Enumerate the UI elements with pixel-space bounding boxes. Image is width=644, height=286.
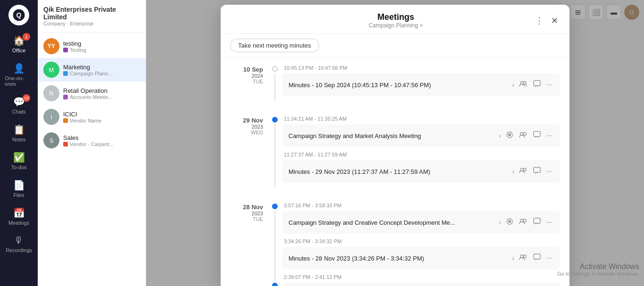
chat-icon-1-1[interactable] (532, 166, 542, 177)
meeting-card-0-0[interactable]: Minutes - 10 Sep 2024 (10:45:13 PM - 10:… (282, 74, 560, 96)
sidebar-label-meetings: Meetings (8, 220, 30, 226)
modal-breadcrumb[interactable]: Campaign Planning > (369, 22, 423, 29)
modal-overlay: Meetings Campaign Planning > ⋮ ✕ Take ne… (146, 0, 644, 286)
meetings-modal: Meetings Campaign Planning > ⋮ ✕ Take ne… (221, 5, 570, 286)
svg-point-11 (523, 82, 526, 84)
meeting-card-1-0[interactable]: Campaign Strategy and Market Analysis Me… (282, 124, 560, 147)
panel-item-sub-retail: Accounts Meetin... (63, 94, 140, 100)
sidebar: Q 🏠 Office 1 👤 One-on-ones 💬 Chats 16 📋 … (0, 0, 38, 286)
more-icon-0-0[interactable]: ··· (545, 80, 553, 90)
chevron-icon-2-1: › (512, 254, 514, 262)
modal-body[interactable]: 10 Sep 2024 TUE 10:45:13 PM - 10:47:56 P… (221, 57, 570, 286)
panel-item-sub-icici: Vendor Name (63, 118, 140, 123)
meeting-card-2-0[interactable]: Campaign Strategy and Creative Concept D… (282, 211, 560, 234)
chevron-icon-1-0: › (499, 132, 501, 139)
more-icon-1-0[interactable]: ··· (545, 131, 553, 141)
participants-icon-2-1[interactable] (518, 253, 528, 263)
timeline-content-2: 3:57:16 PM - 3:58:33 PM Campaign Strateg… (282, 203, 570, 286)
entry-time-2-0: 3:57:16 PM - 3:58:33 PM (282, 203, 560, 208)
sidebar-item-recordings[interactable]: 🎙 Recordings (3, 231, 35, 257)
participants-icon-1-1[interactable] (518, 166, 528, 177)
avatar-sales: S (43, 132, 59, 148)
entry-time-2-1: 3:34:26 PM - 3:34:32 PM (282, 238, 560, 244)
date-year-1: 2023 (221, 124, 263, 130)
timeline-dot-1 (268, 116, 282, 188)
app-logo[interactable]: Q (8, 5, 29, 25)
dot-line-1 (274, 124, 275, 188)
main-area: ▭ ⊞ ⬜ ▬ U Meetings Campaign Planning > ⋮… (146, 0, 644, 286)
panel-item-marketing[interactable]: M Marketing Campaign Plann... (38, 58, 146, 82)
meeting-card-2-2[interactable]: Campaign Planning Meeting › (282, 283, 560, 286)
sidebar-item-office[interactable]: 🏠 Office 1 (3, 31, 35, 57)
chats-badge: 16 (23, 94, 30, 102)
sub-color-box-retail (63, 95, 68, 99)
panel-item-text-testing: testing Testing (63, 40, 140, 53)
entry-time-2-2: 2:39:07 PM - 2:41:12 PM (282, 274, 560, 280)
record-icon-2-0 (505, 217, 514, 228)
sidebar-label-todos: To-dos (11, 164, 26, 170)
chat-icon-2-0[interactable] (532, 217, 542, 228)
panel-item-sub-sales: Vendor - Carpent... (63, 141, 140, 147)
meeting-title-1-1: Minutes - 29 Nov 2023 (11:27:37 AM - 11:… (289, 168, 508, 175)
chat-icon-0-0[interactable] (532, 79, 542, 90)
more-icon-2-1[interactable]: ··· (545, 253, 553, 263)
date-year-2: 2023 (221, 211, 263, 216)
more-icon-2-0[interactable]: ··· (545, 217, 553, 228)
sidebar-label-files: Files (13, 192, 24, 198)
participants-icon-0-0[interactable] (518, 80, 528, 90)
chat-icon-2-1[interactable] (532, 253, 542, 264)
panel-item-icici[interactable]: I ICICI Vendor Name (38, 105, 146, 129)
sidebar-label-notes: Notes (12, 137, 26, 142)
panel-item-retail[interactable]: R Retail Operation Accounts Meetin... (38, 82, 146, 105)
panel-item-text-retail: Retail Operation Accounts Meetin... (63, 87, 140, 100)
sidebar-item-notes[interactable]: 📋 Notes (3, 120, 35, 146)
close-modal-button[interactable]: ✕ (549, 14, 560, 28)
modal-actions: ⋮ ✕ (533, 14, 560, 28)
chat-icon-1-0[interactable] (532, 130, 542, 141)
dot-2 (272, 204, 278, 209)
svg-rect-28 (534, 254, 540, 259)
svg-rect-12 (534, 81, 540, 86)
timeline-dot-0 (268, 65, 282, 101)
dot-0 (272, 66, 278, 72)
sidebar-label-chats: Chats (12, 109, 26, 114)
sidebar-item-one-on-ones[interactable]: 👤 One-on-ones (3, 59, 35, 90)
modal-toolbar: Take next meeting minutes (221, 34, 570, 57)
chevron-icon-1-1: › (512, 168, 514, 175)
dot-inline (272, 283, 278, 286)
date-year-0: 2024 (221, 73, 263, 79)
take-minutes-button[interactable]: Take next meeting minutes (230, 39, 319, 52)
svg-text:I: I (50, 114, 52, 121)
sidebar-item-chats[interactable]: 💬 Chats 16 (3, 92, 35, 118)
date-weekday-0: TUE (221, 79, 263, 84)
files-icon: 📄 (13, 180, 25, 191)
timeline-date-0: 10 Sep 2024 TUE (221, 65, 268, 101)
sidebar-item-files[interactable]: 📄 Files (3, 176, 35, 202)
participants-icon-1-0[interactable] (518, 131, 528, 141)
modal-title: Meetings (369, 12, 423, 22)
svg-rect-20 (534, 167, 540, 172)
office-badge: 1 (23, 33, 30, 41)
date-day-1: 29 Nov (221, 117, 263, 124)
timeline-content-0: 10:45:13 PM - 10:47:56 PM Minutes - 10 S… (282, 65, 570, 101)
meeting-card-2-1[interactable]: Minutes - 28 Nov 2023 (3:34:26 PM - 3:34… (282, 247, 560, 270)
sidebar-item-meetings[interactable]: 📅 Meetings (3, 204, 35, 229)
svg-point-23 (520, 219, 523, 222)
more-options-button[interactable]: ⋮ (533, 14, 545, 28)
meeting-title-2-0: Campaign Strategy and Creative Concept D… (289, 219, 495, 226)
timeline-section-0: 10 Sep 2024 TUE 10:45:13 PM - 10:47:56 P… (221, 57, 570, 108)
meeting-title-2-1: Minutes - 28 Nov 2023 (3:34:26 PM - 3:34… (289, 255, 508, 262)
sidebar-item-todos[interactable]: ✅ To-dos (3, 148, 35, 174)
meeting-card-1-1[interactable]: Minutes - 29 Nov 2023 (11:27:37 AM - 11:… (282, 160, 560, 183)
sub-color-box-sales (63, 142, 68, 147)
participants-icon-2-0[interactable] (518, 217, 528, 228)
panel-item-testing[interactable]: YY testing Testing (38, 34, 146, 58)
panel-item-text-icici: ICICI Vendor Name (63, 111, 140, 123)
more-icon-1-1[interactable]: ··· (545, 166, 553, 177)
date-day-0: 10 Sep (221, 66, 263, 73)
panel-item-sales[interactable]: S Sales Vendor - Carpent... (38, 129, 146, 152)
todos-icon: ✅ (13, 152, 25, 163)
dot-1 (272, 117, 278, 123)
chevron-icon-0-0: › (512, 81, 514, 89)
timeline-content-1: 11:34:21 AM - 11:35:25 AM Campaign Strat… (282, 116, 570, 188)
